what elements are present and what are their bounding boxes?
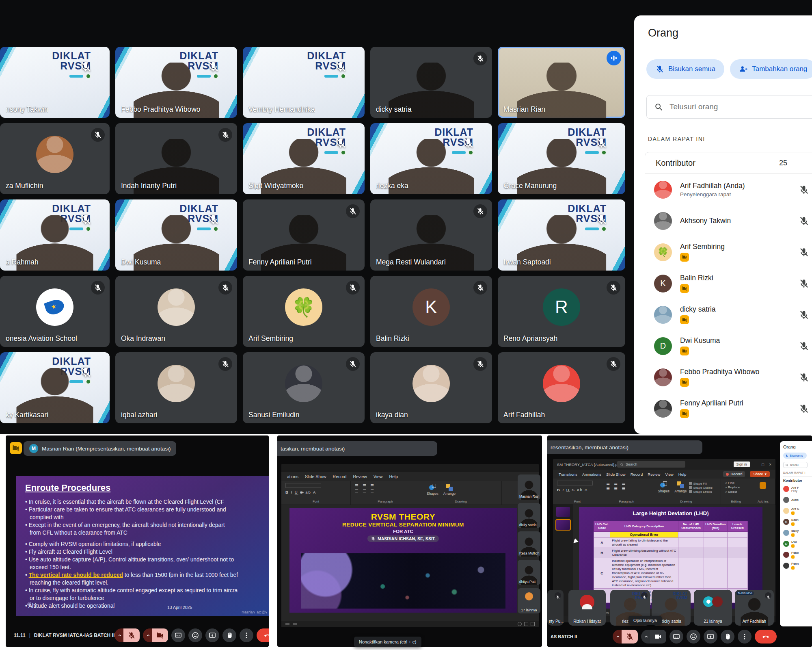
filmstrip-tile[interactable]: nty Pu...: [547, 590, 564, 626]
mic-off-icon[interactable]: [799, 341, 809, 351]
filmstrip-tile[interactable]: 17 lainnya: [518, 588, 540, 613]
people-search[interactable]: [646, 95, 812, 119]
video-tile[interactable]: ★onesia Aviation School: [0, 276, 110, 347]
video-tile[interactable]: DIKLAT RVSMSigit Widyatmoko: [243, 123, 365, 194]
mouse-cursor: [573, 538, 579, 545]
record-label: Record: [730, 472, 742, 476]
filmstrip-tile[interactable]: 21 lainnya: [694, 590, 732, 626]
present-button[interactable]: [205, 628, 219, 642]
photo-avatar: [158, 288, 195, 326]
camera-off-button[interactable]: [152, 628, 168, 642]
end-call-button[interactable]: [257, 628, 269, 642]
video-tile[interactable]: iqbal azhari: [115, 352, 237, 423]
chevron-up-icon[interactable]: [143, 628, 152, 642]
video-tile[interactable]: Mega Resti Wulandari: [370, 199, 492, 271]
record-button: Record: [723, 471, 745, 477]
chevron-up-icon[interactable]: [641, 630, 650, 644]
mic-off-icon[interactable]: [799, 372, 809, 383]
mic-off-icon[interactable]: [799, 278, 809, 289]
present-button[interactable]: [704, 630, 717, 644]
video-tile[interactable]: 🍀Arif Sembiring: [243, 276, 365, 347]
video-tile[interactable]: DIKLAT RVSMDwi Kusuma: [115, 199, 237, 271]
video-tile[interactable]: DIKLAT RVSMnsony Takwin: [0, 47, 110, 118]
contributor-row[interactable]: dicky satria: [645, 299, 812, 330]
mic-off-icon[interactable]: [799, 184, 809, 195]
filmstrip-tile[interactable]: dhitya Patt: [518, 560, 540, 585]
video-tile[interactable]: KBalin Rizki: [370, 276, 492, 347]
video-tile[interactable]: dicky satria: [370, 47, 492, 118]
video-tile[interactable]: RReno Apriansyah: [498, 276, 625, 347]
mic-off-icon[interactable]: [799, 403, 809, 414]
minimize-icon: –: [755, 462, 757, 467]
more-button[interactable]: [240, 628, 253, 642]
chevron-up-icon[interactable]: [613, 630, 622, 644]
mic-off-button[interactable]: [123, 628, 140, 642]
emoji-button[interactable]: [188, 628, 202, 642]
mic-off-icon[interactable]: [799, 247, 809, 258]
video-tile[interactable]: Masrian Rian: [498, 47, 625, 118]
slide-thumb-selected: [556, 520, 570, 530]
video-tile[interactable]: Arif Fadhillah: [498, 352, 625, 423]
video-tile[interactable]: za Muflichin: [0, 123, 110, 194]
video-tile[interactable]: Oka Indrawan: [115, 276, 237, 347]
mic-control-group[interactable]: [114, 628, 140, 642]
emoji-button[interactable]: [687, 630, 700, 644]
ppt-menu-item: Help: [678, 472, 687, 477]
camera-off-badge-icon: [791, 522, 795, 526]
video-tile[interactable]: DIKLAT RVSMky Kartikasari: [0, 352, 110, 423]
slide-title-3: FOR ATC: [289, 529, 517, 534]
more-button[interactable]: [738, 630, 752, 644]
video-tile[interactable]: DIKLAT RVSMGrace Manurung: [498, 123, 625, 194]
video-tile[interactable]: DIKLAT RVSMVembry Hernandhika: [243, 47, 365, 118]
slide-bullet-line: • The vertical rate should be reduced to…: [25, 571, 266, 579]
video-tile[interactable]: DIKLAT RVSMa Rahmah: [0, 199, 110, 271]
mic-off-icon: [91, 281, 105, 295]
contributor-row[interactable]: 🍀Arif Sembiring: [645, 236, 812, 268]
filmstrip-tile[interactable]: Reza Muflichin: [518, 531, 540, 557]
mic-off-icon[interactable]: [799, 310, 809, 320]
mute-all-button[interactable]: Bisukan semua: [646, 59, 724, 79]
people-search-input[interactable]: [669, 102, 792, 112]
video-tile[interactable]: DIKLAT RVSMIrwan Saptoadi: [498, 199, 625, 271]
avatar: [412, 365, 450, 402]
raise-hand-button[interactable]: [721, 630, 734, 644]
video-tile[interactable]: DIKLAT RVSMriezka eka: [370, 123, 492, 194]
video-tile[interactable]: Sanusi Emiludin: [243, 352, 365, 423]
filmstrip-name: 21 lainnya: [694, 619, 732, 624]
raise-hand-button[interactable]: [222, 628, 236, 642]
mic-control-group[interactable]: [613, 630, 638, 644]
add-people-button[interactable]: Tambahkan orang: [730, 59, 812, 79]
end-call-button[interactable]: [755, 630, 777, 644]
camera-on-button[interactable]: [650, 630, 666, 644]
captions-button[interactable]: [171, 628, 185, 642]
video-tile[interactable]: DIKLAT RVSMFebbo Pradhitya Wibowo: [115, 47, 237, 118]
camera-off-badge-icon: [791, 511, 795, 515]
contributor-row[interactable]: Arif Fadhillah (Anda)Penyelenggara rapat: [645, 174, 812, 205]
contributor-row[interactable]: KBalin Rizki: [645, 268, 812, 299]
filmstrip-tile[interactable]: TA.DIO H2VIIArif Fadhillah: [735, 590, 774, 626]
contributor-row[interactable]: Akhsony Takwin: [645, 205, 812, 236]
photo-avatar: [654, 368, 672, 386]
camera-control-group[interactable]: [641, 630, 666, 644]
filmstrip-tile[interactable]: dicky satria: [518, 503, 540, 528]
video-tile[interactable]: Fenny Apriliani Putri: [243, 199, 365, 271]
ppt-menu-item: Review: [648, 472, 660, 477]
mic-off-icon[interactable]: [799, 216, 809, 226]
screenshot-right: resentasikan, membuat anotasi) SM THEORY…: [547, 436, 812, 647]
video-tile[interactable]: ikaya dian: [370, 352, 492, 423]
contributor-row[interactable]: Febbo Pradhitya Wibowo: [645, 362, 812, 393]
filmstrip-tile[interactable]: Rizkan Hidayat: [568, 590, 606, 626]
chevron-up-icon[interactable]: [114, 628, 123, 642]
contributor-row[interactable]: Fenny Apriliani Putri: [645, 393, 812, 424]
video-tile[interactable]: Indah Irianty Putri: [115, 123, 237, 194]
slide-title: Enroute Procedures: [25, 483, 269, 493]
filmstrip-tile[interactable]: Masrian Rian: [518, 474, 540, 500]
participant-name: ikaya dian: [376, 411, 408, 419]
camera-control-group[interactable]: [143, 628, 168, 642]
mic-off-icon: [607, 281, 620, 295]
contributor-row[interactable]: DDwi Kusuma: [645, 330, 812, 362]
mic-off-button[interactable]: [622, 630, 638, 644]
captions-button[interactable]: [669, 630, 683, 644]
slide-page-number: 48: [27, 602, 31, 607]
contributors-header[interactable]: Kontributor 25: [645, 152, 812, 174]
